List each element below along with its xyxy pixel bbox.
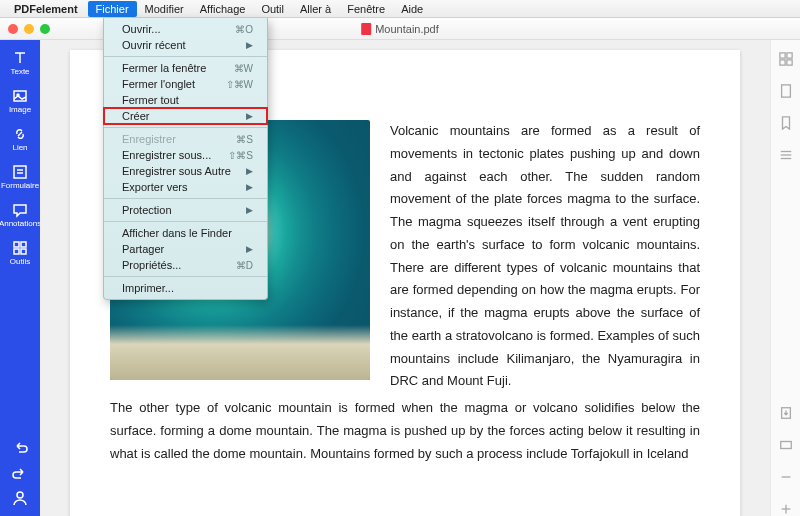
menu-item-label: Fermer l'onglet <box>122 78 195 90</box>
zoom-window-button[interactable] <box>40 24 50 34</box>
menubar-item-modifier[interactable]: Modifier <box>137 1 192 17</box>
menu-separator <box>104 276 267 277</box>
submenu-arrow-icon: ▶ <box>246 205 253 215</box>
menu-item-label: Propriétés... <box>122 259 181 271</box>
submenu-arrow-icon: ▶ <box>246 111 253 121</box>
sidebar-item-image[interactable]: Image <box>2 84 38 118</box>
menu-item-fermer-l-onglet[interactable]: Fermer l'onglet⇧⌘W <box>104 76 267 92</box>
minimize-window-button[interactable] <box>24 24 34 34</box>
menu-shortcut: ⇧⌘W <box>226 79 253 90</box>
submenu-arrow-icon: ▶ <box>246 244 253 254</box>
sidebar-item-link[interactable]: Lien <box>2 122 38 156</box>
menu-item-label: Créer <box>122 110 150 122</box>
file-menu-dropdown: Ouvrir...⌘OOuvrir récent▶Fermer la fenêt… <box>103 18 268 300</box>
menubar-item-fenêtre[interactable]: Fenêtre <box>339 1 393 17</box>
sidebar-label: Texte <box>10 68 29 76</box>
traffic-lights <box>8 24 50 34</box>
menu-shortcut: ⇧⌘S <box>228 150 253 161</box>
menu-item-label: Enregistrer sous... <box>122 149 211 161</box>
pdf-file-icon <box>361 23 371 35</box>
zoom-in-icon[interactable] <box>779 502 793 516</box>
menu-item-ouvrir-r-cent[interactable]: Ouvrir récent▶ <box>104 37 267 53</box>
menu-item-enregistrer: Enregistrer⌘S <box>104 131 267 147</box>
undo-icon[interactable] <box>12 438 28 454</box>
submenu-arrow-icon: ▶ <box>246 40 253 50</box>
sidebar-item-form[interactable]: Formulaire <box>2 160 38 194</box>
menu-separator <box>104 127 267 128</box>
menu-item-label: Partager <box>122 243 164 255</box>
zoom-out-icon[interactable] <box>779 470 793 484</box>
menu-item-label: Ouvrir récent <box>122 39 186 51</box>
menubar-item-affichage[interactable]: Affichage <box>192 1 254 17</box>
menu-item-label: Afficher dans le Finder <box>122 227 232 239</box>
sidebar-label: Annotations <box>0 220 41 228</box>
svg-rect-2 <box>14 166 26 178</box>
close-window-button[interactable] <box>8 24 18 34</box>
menu-item-fermer-tout[interactable]: Fermer tout <box>104 92 267 108</box>
menu-item-imprimer[interactable]: Imprimer... <box>104 280 267 296</box>
paragraph-2: The other type of volcanic mountain is f… <box>110 397 700 465</box>
svg-rect-12 <box>779 60 784 65</box>
menu-separator <box>104 221 267 222</box>
list-icon[interactable] <box>779 148 793 162</box>
menubar-item-fichier[interactable]: Fichier <box>88 1 137 17</box>
sidebar-item-text[interactable]: Texte <box>2 46 38 80</box>
user-icon[interactable] <box>12 490 28 506</box>
svg-rect-19 <box>780 442 791 449</box>
menu-item-protection[interactable]: Protection▶ <box>104 202 267 218</box>
menu-item-afficher-dans-le-finder[interactable]: Afficher dans le Finder <box>104 225 267 241</box>
svg-point-9 <box>17 492 23 498</box>
page-icon[interactable] <box>779 84 793 98</box>
menubar-item-aide[interactable]: Aide <box>393 1 431 17</box>
menu-shortcut: ⌘D <box>236 260 253 271</box>
menubar-item-aller-à[interactable]: Aller à <box>292 1 339 17</box>
export-icon[interactable] <box>779 406 793 420</box>
menu-item-label: Enregistrer <box>122 133 176 145</box>
menu-item-ouvrir[interactable]: Ouvrir...⌘O <box>104 21 267 37</box>
document-title: Mountain.pdf <box>361 23 439 35</box>
thumbnails-icon[interactable] <box>779 52 793 66</box>
menubar-item-outil[interactable]: Outil <box>253 1 292 17</box>
menu-item-propri-t-s[interactable]: Propriétés...⌘D <box>104 257 267 273</box>
menu-item-enregistrer-sous[interactable]: Enregistrer sous...⇧⌘S <box>104 147 267 163</box>
svg-rect-6 <box>21 242 26 247</box>
menu-item-label: Ouvrir... <box>122 23 161 35</box>
document-name: Mountain.pdf <box>375 23 439 35</box>
menu-separator <box>104 56 267 57</box>
svg-rect-8 <box>21 249 26 254</box>
menu-item-label: Exporter vers <box>122 181 187 193</box>
menu-item-enregistrer-sous-autre[interactable]: Enregistrer sous Autre▶ <box>104 163 267 179</box>
svg-rect-0 <box>14 91 26 101</box>
svg-rect-14 <box>781 85 790 97</box>
svg-rect-13 <box>786 60 791 65</box>
menu-item-label: Protection <box>122 204 172 216</box>
menu-item-partager[interactable]: Partager▶ <box>104 241 267 257</box>
redo-icon[interactable] <box>12 464 28 480</box>
svg-rect-10 <box>779 53 784 58</box>
redact-icon[interactable] <box>779 438 793 452</box>
sidebar-item-annot[interactable]: Annotations <box>2 198 38 232</box>
menu-item-label: Imprimer... <box>122 282 174 294</box>
sidebar-label: Lien <box>12 144 27 152</box>
sidebar-item-tools[interactable]: Outils <box>2 236 38 270</box>
menubar: PDFelement FichierModifierAffichageOutil… <box>0 0 800 18</box>
paragraph-1: Volcanic mountains are formed as a resul… <box>390 120 700 393</box>
sidebar-label: Formulaire <box>1 182 39 190</box>
menu-item-label: Fermer la fenêtre <box>122 62 206 74</box>
sidebar-label: Image <box>9 106 31 114</box>
menu-item-exporter-vers[interactable]: Exporter vers▶ <box>104 179 267 195</box>
svg-rect-11 <box>786 53 791 58</box>
menu-shortcut: ⌘W <box>234 63 253 74</box>
menu-shortcut: ⌘O <box>235 24 253 35</box>
app-name[interactable]: PDFelement <box>14 3 78 15</box>
menu-item-fermer-la-fen-tre[interactable]: Fermer la fenêtre⌘W <box>104 60 267 76</box>
menu-item-cr-er[interactable]: Créer▶ <box>104 108 267 124</box>
menu-separator <box>104 198 267 199</box>
left-sidebar: TexteImageLienFormulaireAnnotationsOutil… <box>0 40 40 516</box>
right-sidebar <box>770 40 800 516</box>
submenu-arrow-icon: ▶ <box>246 166 253 176</box>
menu-item-label: Enregistrer sous Autre <box>122 165 231 177</box>
svg-rect-7 <box>14 249 19 254</box>
bookmark-icon[interactable] <box>779 116 793 130</box>
submenu-arrow-icon: ▶ <box>246 182 253 192</box>
